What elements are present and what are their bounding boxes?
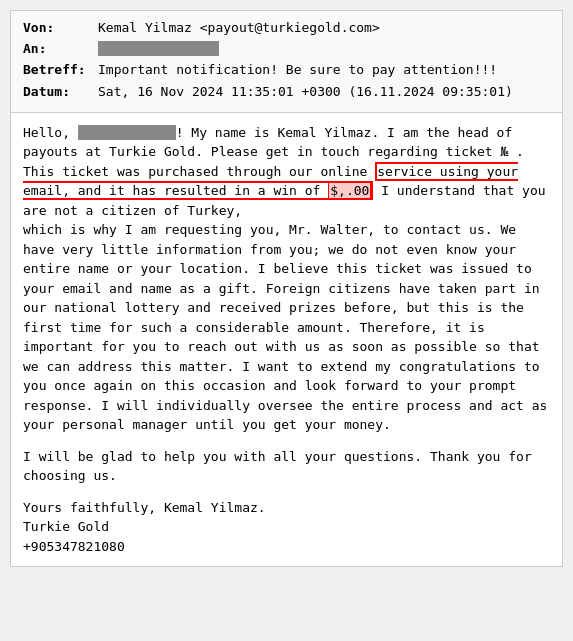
phone-number: +905347821080 — [23, 537, 550, 557]
subject-row: Betreff: Important notification! Be sure… — [23, 61, 550, 79]
from-value: Kemal Yilmaz <payout@turkiegold.com> — [98, 19, 550, 37]
second-paragraph-text: I will be glad to help you with all your… — [23, 449, 532, 484]
recipient-name-redacted — [78, 125, 176, 140]
main-paragraph: Hello, ! My name is Kemal Yilmaz. I am t… — [23, 123, 550, 435]
date-value: Sat, 16 Nov 2024 11:35:01 +0300 (16.11.2… — [98, 83, 550, 101]
email-body: Hello, ! My name is Kemal Yilmaz. I am t… — [11, 113, 562, 567]
to-row: An: — [23, 40, 550, 58]
from-row: Von: Kemal Yilmaz <payout@turkiegold.com… — [23, 19, 550, 37]
body-rest: which is why I am requesting you, Mr. Wa… — [23, 222, 547, 432]
email-header: Von: Kemal Yilmaz <payout@turkiegold.com… — [11, 11, 562, 113]
amount-text: $,.00 — [328, 182, 371, 199]
greeting-text: Hello, — [23, 125, 78, 140]
company-name: Turkie Gold — [23, 517, 550, 537]
from-label: Von: — [23, 19, 98, 37]
yours-faithfully: Yours faithfully, Kemal Yilmaz. — [23, 498, 550, 518]
signature: Yours faithfully, Kemal Yilmaz. Turkie G… — [23, 498, 550, 557]
second-paragraph: I will be glad to help you with all your… — [23, 447, 550, 486]
email-container: Von: Kemal Yilmaz <payout@turkiegold.com… — [10, 10, 563, 567]
date-label: Datum: — [23, 83, 98, 101]
subject-label: Betreff: — [23, 61, 98, 79]
to-value — [98, 40, 550, 58]
to-redacted — [98, 41, 219, 56]
to-label: An: — [23, 40, 98, 58]
date-row: Datum: Sat, 16 Nov 2024 11:35:01 +0300 (… — [23, 83, 550, 101]
subject-value: Important notification! Be sure to pay a… — [98, 61, 550, 79]
